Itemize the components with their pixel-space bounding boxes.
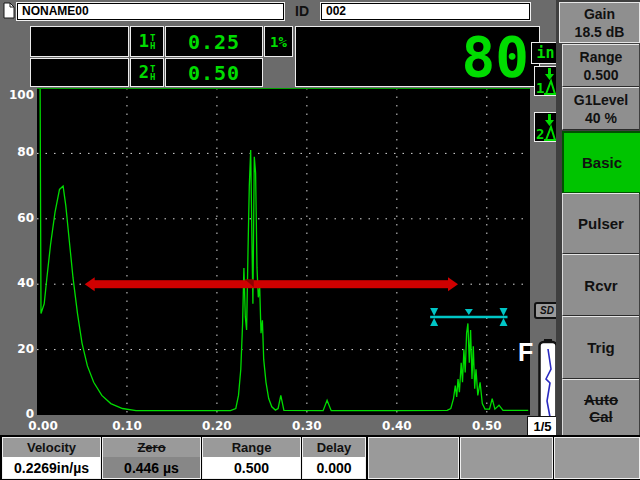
gate1-thickness-value: 0.25: [165, 26, 263, 57]
flaw-detector-screen: NONAME00 ID 002 1 T H 0.25 2 T H 0.50 1%…: [0, 0, 640, 480]
g1level-value: 40 %: [585, 109, 617, 127]
y-tick-label: 60: [1, 211, 34, 225]
bottom-parameter-bar: Velocity 0.2269in/µs Zero 0.446 µs Range…: [0, 435, 640, 480]
param-cell-empty-2: [460, 437, 553, 479]
param-cell-empty-1: [368, 437, 459, 479]
velocity-label: Velocity: [3, 438, 100, 457]
delay-label: Delay: [303, 438, 365, 457]
x-tick-label: 0.20: [200, 419, 234, 433]
menu-button-basic[interactable]: Basic: [562, 131, 640, 194]
amplitude-percent-label: 1%: [264, 26, 293, 57]
g1level-label: G1Level: [574, 91, 628, 109]
rcvr-label: Rcvr: [584, 277, 617, 294]
autocal-label-line2: Cal: [589, 408, 612, 425]
x-tick-label: 0.50: [470, 419, 504, 433]
sidebar-param-g1level[interactable]: G1Level 40 %: [562, 87, 639, 130]
y-tick-label: 40: [1, 276, 34, 290]
id-label: ID: [295, 3, 309, 19]
x-tick-label: 0.30: [290, 419, 324, 433]
autocal-label-line1: Auto: [584, 391, 618, 408]
menu-page-indicator: 1/5: [527, 416, 558, 436]
sidebar: Gain 18.5 dB Range 0.500 G1Level 40 % Ba…: [556, 0, 640, 437]
param-cell-empty-3: [554, 437, 640, 479]
gate1-number: 1: [139, 33, 149, 50]
gate2-sub: H: [150, 73, 155, 81]
range-label: Range: [580, 48, 623, 66]
gain-label: Gain: [584, 5, 615, 23]
basic-label: Basic: [582, 154, 622, 171]
freeze-indicator: F: [518, 338, 533, 367]
menu-button-trig[interactable]: Trig: [562, 316, 639, 379]
gate1-sub: H: [150, 42, 155, 50]
param-cell-delay[interactable]: Delay 0.000: [302, 437, 366, 479]
zero-value: 0.446 µs: [103, 457, 200, 478]
svg-text:1: 1: [536, 80, 544, 95]
param-cell-velocity[interactable]: Velocity 0.2269in/µs: [2, 437, 101, 479]
measurement-box-empty-2: [30, 58, 129, 87]
menu-button-rcvr[interactable]: Rcvr: [562, 254, 639, 316]
velocity-value: 0.2269in/µs: [3, 457, 100, 478]
delay-value: 0.000: [303, 457, 365, 478]
y-tick-label: 20: [1, 342, 34, 356]
gate2-thickness-icon: 2 T H: [130, 58, 164, 87]
param-cell-zero[interactable]: Zero 0.446 µs: [102, 437, 201, 479]
ascan-plot: [37, 88, 530, 415]
x-tick-label: 0.10: [110, 419, 144, 433]
menu-button-pulser[interactable]: Pulser: [562, 193, 639, 254]
range-param-label: Range: [203, 438, 300, 457]
main-amplitude-reading: 80: [295, 26, 540, 87]
gain-value: 18.5 dB: [575, 23, 625, 41]
y-tick-label: 100: [1, 88, 34, 102]
range-param-value: 0.500: [203, 457, 300, 478]
svg-text:2: 2: [536, 126, 544, 141]
x-tick-label: 0.00: [26, 419, 60, 433]
gate2-thickness-value: 0.50: [165, 58, 263, 87]
y-tick-label: 80: [1, 145, 34, 159]
trig-label: Trig: [587, 339, 615, 356]
filename-field[interactable]: NONAME00: [17, 3, 284, 20]
x-tick-label: 0.40: [380, 419, 414, 433]
param-cell-range[interactable]: Range 0.500: [202, 437, 301, 479]
sidebar-param-range[interactable]: Range 0.500: [562, 44, 639, 87]
ascan-waveform-svg: [37, 88, 530, 415]
id-field[interactable]: 002: [321, 3, 530, 20]
gain-display[interactable]: Gain 18.5 dB: [559, 2, 640, 43]
measurement-box-empty-1: [30, 26, 129, 57]
file-icon: [3, 2, 15, 23]
gate2-number: 2: [139, 64, 149, 81]
menu-button-autocal[interactable]: Auto Cal: [562, 379, 639, 436]
zero-label: Zero: [103, 438, 200, 457]
pulser-label: Pulser: [578, 215, 624, 232]
gate1-thickness-icon: 1 T H: [130, 26, 164, 57]
range-value: 0.500: [583, 66, 618, 84]
